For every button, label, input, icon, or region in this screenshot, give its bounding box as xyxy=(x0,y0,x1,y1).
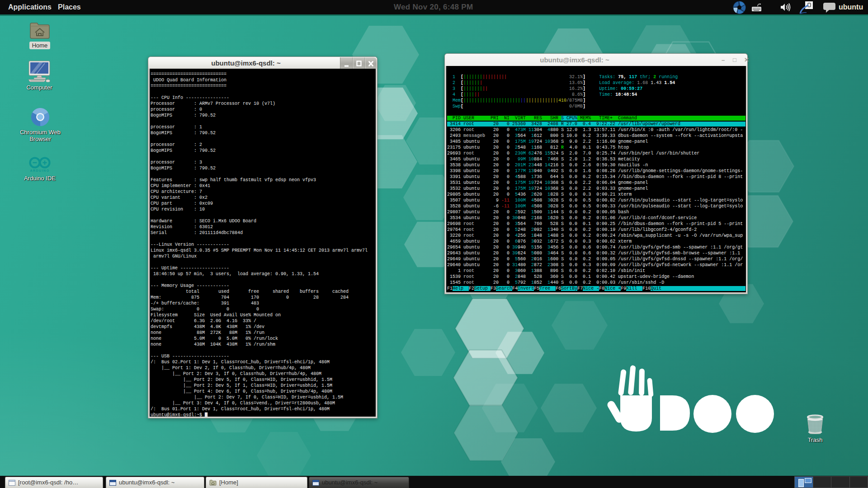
svg-text:ARDUINO: ARDUINO xyxy=(30,169,49,172)
